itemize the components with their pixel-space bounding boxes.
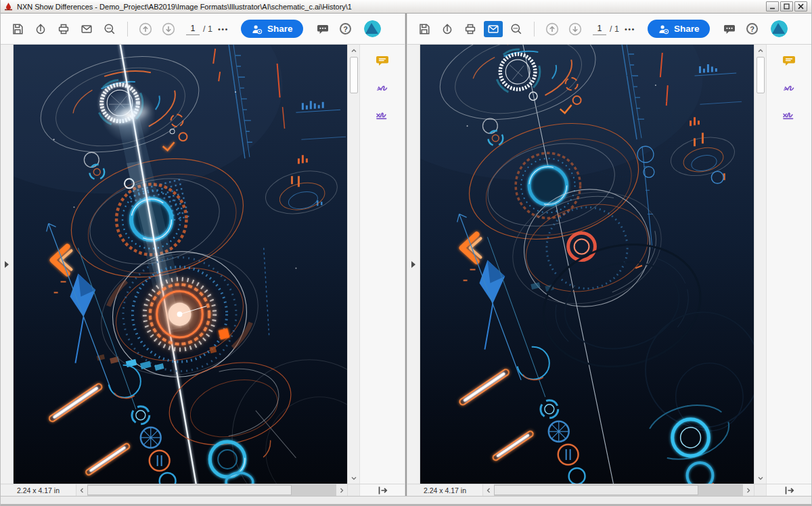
- page-up-button[interactable]: [541, 18, 564, 41]
- upload-cloud-button[interactable]: [29, 18, 52, 41]
- tools-strip-right: [766, 45, 811, 484]
- help-icon: ?: [340, 23, 351, 34]
- page-number-input[interactable]: 1: [593, 22, 606, 35]
- toolbar-divider: [127, 22, 128, 37]
- vertical-scrollbar-right[interactable]: [754, 45, 766, 484]
- search-button[interactable]: [98, 18, 121, 41]
- tools-strip-left: [359, 45, 405, 484]
- avatar[interactable]: [771, 20, 788, 37]
- share-person-icon: [251, 24, 263, 34]
- expand-tools-button[interactable]: [782, 484, 796, 497]
- bottombar-left: 2.24 x 4.17 in: [1, 484, 405, 496]
- page-up-button[interactable]: [134, 18, 157, 41]
- page-total-label: / 1: [610, 24, 619, 34]
- scrollbar-corner: [754, 484, 766, 496]
- titlebar: NXN Show Differences - Demo_Project\AB20…: [1, 0, 811, 14]
- window-controls: [766, 1, 809, 12]
- compare-panes: 1 / 1 ••• Share ?: [1, 14, 811, 496]
- page-dimensions: 2.24 x 4.17 in: [1, 484, 76, 496]
- scrollbar-corner: [347, 484, 359, 496]
- document-canvas-right[interactable]: [420, 45, 754, 484]
- scroll-left-button[interactable]: [483, 484, 494, 496]
- save-button[interactable]: [413, 18, 436, 41]
- request-signature-tool-button[interactable]: [776, 103, 802, 124]
- save-button[interactable]: [6, 18, 29, 41]
- horizontal-scroll-thumb[interactable]: [494, 485, 698, 495]
- avatar[interactable]: [364, 20, 381, 37]
- comment-tool-button[interactable]: [776, 50, 802, 72]
- document-canvas-left[interactable]: [14, 45, 347, 484]
- share-button[interactable]: Share: [648, 20, 710, 38]
- vertical-scroll-thumb[interactable]: [757, 57, 765, 93]
- pane-right: 1 / 1 ••• Share ?: [407, 14, 811, 496]
- help-icon: ?: [746, 23, 758, 34]
- toolbar-divider: [534, 22, 535, 37]
- comment-tool-button[interactable]: [369, 50, 395, 72]
- app-window: NXN Show Differences - Demo_Project\AB20…: [0, 0, 812, 506]
- toolbar-left: 1 / 1 ••• Share ?: [1, 14, 405, 45]
- content-right: [407, 45, 811, 484]
- vertical-scrollbar-left[interactable]: [347, 45, 359, 484]
- scroll-down-button[interactable]: [348, 472, 359, 484]
- horizontal-scrollbar[interactable]: [87, 484, 336, 496]
- search-button[interactable]: [505, 18, 528, 41]
- print-button[interactable]: [52, 18, 75, 41]
- nav-pane-toggle-right[interactable]: [407, 45, 420, 484]
- page-dimensions: 2.24 x 4.17 in: [407, 484, 483, 496]
- more-options-button[interactable]: •••: [218, 25, 229, 33]
- share-label: Share: [674, 24, 700, 34]
- expand-tools-button[interactable]: [376, 484, 389, 497]
- pane-left: 1 / 1 ••• Share ?: [1, 14, 405, 496]
- nav-pane-toggle-left[interactable]: [1, 45, 14, 484]
- request-signature-tool-button[interactable]: [369, 103, 395, 124]
- scroll-up-button[interactable]: [348, 45, 359, 56]
- upload-cloud-button[interactable]: [436, 18, 459, 41]
- close-button[interactable]: [794, 1, 807, 12]
- app-icon: [3, 2, 13, 12]
- scroll-right-button[interactable]: [336, 484, 347, 496]
- scroll-right-button[interactable]: [743, 484, 754, 496]
- maximize-button[interactable]: [780, 1, 793, 12]
- help-button[interactable]: ?: [334, 18, 357, 41]
- share-person-icon: [658, 24, 669, 34]
- fill-and-sign-tool-button[interactable]: [369, 76, 395, 98]
- scroll-down-button[interactable]: [754, 472, 766, 484]
- tools-bottom-right: [766, 484, 811, 496]
- toolbar-right: 1 / 1 ••• Share ?: [407, 14, 811, 45]
- schematic-artwork-flat: [420, 45, 754, 484]
- page-number-input[interactable]: 1: [186, 22, 200, 35]
- horizontal-scroll-thumb[interactable]: [87, 485, 292, 495]
- comment-bubble-button[interactable]: [718, 18, 741, 41]
- fill-and-sign-tool-button[interactable]: [776, 76, 802, 98]
- minimize-button[interactable]: [766, 1, 779, 12]
- content-left: [1, 45, 405, 484]
- scroll-up-button[interactable]: [754, 45, 766, 56]
- window-bottom-edge: [1, 496, 811, 506]
- vertical-scroll-thumb[interactable]: [350, 57, 358, 93]
- comment-bubble-button[interactable]: [311, 18, 334, 41]
- horizontal-scrollbar[interactable]: [494, 484, 743, 496]
- page-total-label: / 1: [203, 24, 212, 34]
- nav-pane-arrow-icon: [411, 261, 415, 268]
- scroll-left-button[interactable]: [76, 484, 87, 496]
- more-options-button[interactable]: •••: [625, 25, 635, 33]
- share-button[interactable]: Share: [241, 20, 303, 38]
- nav-pane-arrow-icon: [5, 261, 9, 268]
- tools-bottom-left: [359, 484, 405, 496]
- print-button[interactable]: [459, 18, 482, 41]
- bottombar-right: 2.24 x 4.17 in: [407, 484, 811, 496]
- help-button[interactable]: ?: [741, 18, 764, 41]
- email-button-active[interactable]: [484, 21, 503, 37]
- share-label: Share: [267, 24, 293, 34]
- window-title: NXN Show Differences - Demo_Project\AB20…: [17, 3, 352, 11]
- email-button[interactable]: [75, 18, 98, 41]
- page-down-button[interactable]: [564, 18, 587, 41]
- schematic-artwork-glow: [14, 45, 347, 484]
- page-down-button[interactable]: [157, 18, 180, 41]
